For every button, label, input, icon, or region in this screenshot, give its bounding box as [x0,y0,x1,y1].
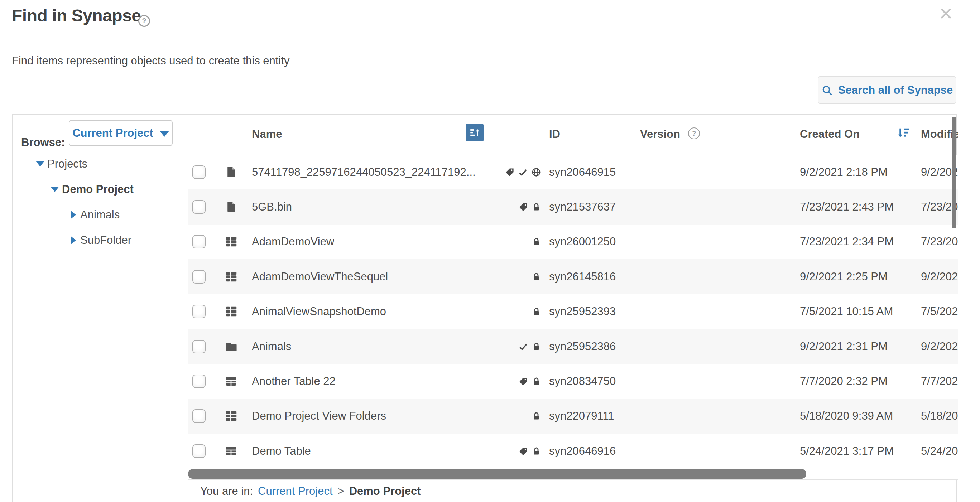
horizontal-scrollbar [188,469,958,479]
horizontal-scrollbar-thumb[interactable] [188,469,806,479]
table-row[interactable]: Animals syn25952386 9/2/2021 2:31 PM 9/2… [188,329,958,364]
table-row[interactable]: 5GB.bin syn21537637 7/23/2021 2:43 PM 7/… [188,189,958,224]
breadcrumb-scope-link[interactable]: Current Project [258,485,332,498]
version-help-icon[interactable]: ? [688,127,700,139]
row-checkbox[interactable] [192,305,205,318]
tag-icon [519,446,528,456]
tree-item-projects[interactable]: Projects [13,151,187,176]
table-icon [224,375,237,388]
lock-icon [531,272,541,281]
tag-icon [505,167,515,177]
column-header-id: ID [549,126,560,143]
modified-sort-desc-icon[interactable] [896,125,912,141]
row-checkbox[interactable] [192,409,205,423]
check-icon [518,342,528,352]
column-header-name: Name [252,126,282,143]
caret-down-icon [36,161,45,167]
lock-icon [531,446,541,456]
tag-icon [519,376,528,386]
you-are-in-label: You are in: [200,485,253,498]
chevron-down-icon [160,131,169,137]
table-row[interactable]: AnimalViewSnapshotDemo syn25952393 7/5/2… [188,294,958,329]
tree-item-animals[interactable]: Animals [13,202,187,227]
table-row[interactable]: AdamDemoViewTheSequel syn26145816 9/2/20… [188,259,958,294]
search-all-of-synapse-button[interactable]: Search all of Synapse [818,76,956,104]
page-title: Find in Synapse [12,6,141,25]
tag-icon [519,202,528,212]
check-icon [518,167,528,177]
entity-tree: Projects Demo Project Animals SubFolder [13,151,187,253]
row-checkbox[interactable] [192,444,205,458]
search-button-label: Search all of Synapse [838,84,953,97]
tree-item-subfolder[interactable]: SubFolder [13,227,187,253]
caret-right-icon [70,211,76,219]
table-row[interactable]: Another Table 22 syn20834750 7/7/2020 2:… [188,364,958,399]
breadcrumb-separator: > [338,485,344,498]
column-header-version: Version [640,126,680,143]
table-row[interactable]: Demo Project View Folders syn22079111 5/… [188,399,958,434]
title-help-icon[interactable]: ? [138,15,150,27]
view-icon [224,305,238,318]
table-row[interactable]: 57411798_2259716244050523_224117192... s… [188,155,958,189]
vertical-scrollbar-thumb[interactable] [952,117,956,229]
name-sort-button[interactable] [466,124,484,141]
tree-item-demo-project[interactable]: Demo Project [13,176,187,202]
lock-icon [531,376,541,386]
folder-icon [224,340,238,353]
browse-scope-value: Current Project [72,127,153,140]
browse-label: Browse: [21,136,65,149]
lock-icon [531,202,541,212]
close-icon[interactable]: ✕ [939,5,953,23]
breadcrumb: You are in: Current Project > Demo Proje… [188,480,958,502]
table-row[interactable]: AdamDemoView syn26001250 7/23/2021 2:34 … [188,224,958,259]
row-checkbox[interactable] [192,165,205,179]
browse-scope-dropdown[interactable]: Current Project [69,120,173,146]
browse-panel: Browse: Current Project Projects Demo Pr… [12,114,957,502]
search-icon [821,84,833,96]
file-icon [224,200,237,213]
table-icon [224,445,237,458]
globe-icon [531,167,541,177]
breadcrumb-current-location: Demo Project [349,485,421,498]
file-icon [224,166,237,179]
column-header-created-on: Created On [800,126,860,143]
lock-icon [531,307,541,316]
dialog-subtitle: Find items representing objects used to … [12,54,290,67]
row-checkbox[interactable] [192,270,205,284]
caret-right-icon [70,236,76,245]
find-in-synapse-dialog: Find in Synapse ? ✕ Find items represent… [0,0,980,502]
table-rows: 57411798_2259716244050523_224117192... s… [188,155,958,469]
lock-icon [531,342,541,351]
row-checkbox[interactable] [192,340,205,353]
tree-pane: Browse: Current Project Projects Demo Pr… [13,114,187,502]
row-checkbox[interactable] [192,200,205,214]
view-icon [224,409,238,423]
row-checkbox[interactable] [192,235,205,248]
lock-icon [531,237,541,247]
caret-down-icon [51,187,59,192]
results-table-pane: Name ID Version ? Created On Modified On… [188,114,958,502]
table-row[interactable]: Demo Table syn20646916 5/24/2021 3:17 PM… [188,434,958,468]
view-icon [224,235,238,248]
view-icon [224,270,238,284]
lock-icon [531,411,541,421]
row-checkbox[interactable] [192,375,205,388]
